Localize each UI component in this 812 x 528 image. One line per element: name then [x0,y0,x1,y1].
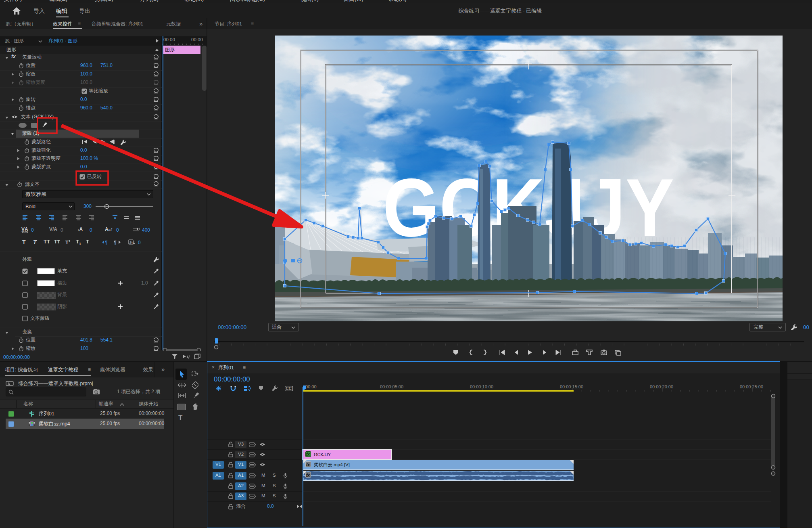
svg-text:¶: ¶ [114,240,117,245]
svg-text:¶: ¶ [105,240,108,245]
svg-text:あ: あ [129,240,133,244]
